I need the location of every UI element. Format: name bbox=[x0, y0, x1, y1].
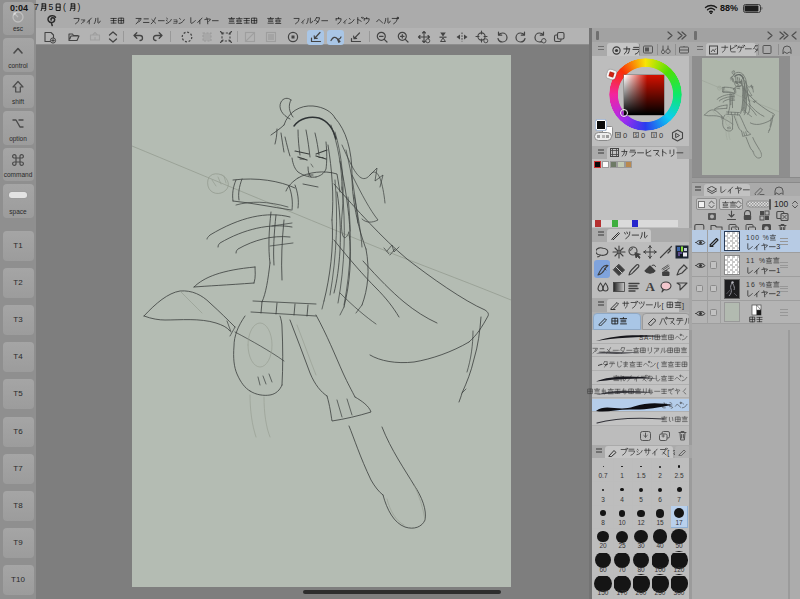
svg-text:1: 1 bbox=[776, 266, 780, 275]
svg-text:7: 7 bbox=[34, 2, 39, 12]
svg-text:3: 3 bbox=[776, 242, 780, 251]
svg-text:]: ] bbox=[682, 300, 684, 309]
svg-text:V: V bbox=[652, 132, 655, 137]
svg-text:(: ( bbox=[63, 2, 66, 12]
svg-text:[: [ bbox=[667, 447, 670, 456]
svg-text:16 %: 16 % bbox=[746, 281, 765, 288]
svg-text:2: 2 bbox=[776, 290, 780, 299]
svg-text:[: [ bbox=[661, 300, 664, 309]
svg-text:): ) bbox=[78, 2, 81, 12]
svg-text:H: H bbox=[616, 132, 619, 137]
svg-text:100 %: 100 % bbox=[746, 233, 769, 240]
svg-text:5: 5 bbox=[49, 2, 54, 12]
svg-text:S: S bbox=[634, 132, 637, 137]
svg-text:11 %: 11 % bbox=[746, 257, 765, 264]
